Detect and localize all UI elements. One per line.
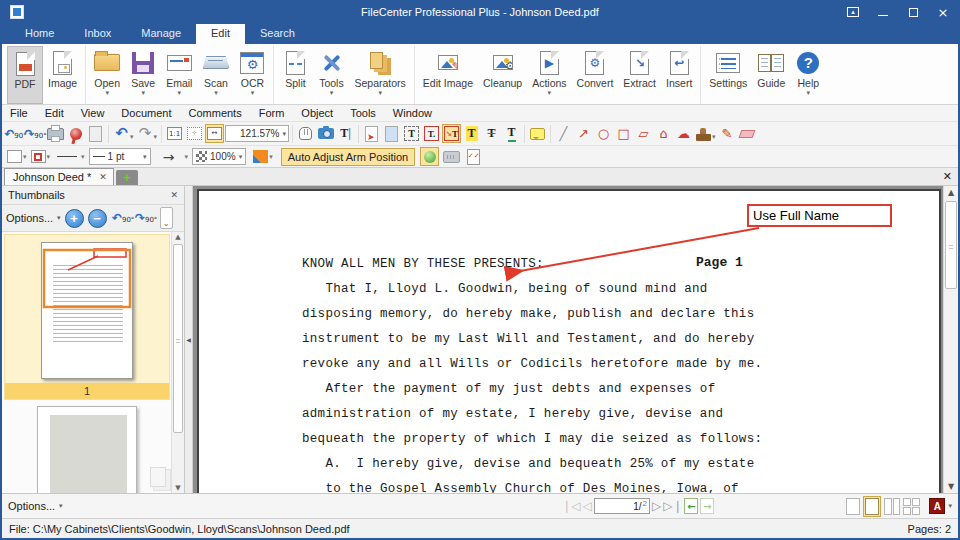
separators-button[interactable]: Separators▾ bbox=[349, 46, 410, 104]
panel-splitter[interactable]: ◀ bbox=[185, 186, 193, 493]
minimize-button[interactable] bbox=[868, 0, 898, 24]
pencil-tool-button[interactable]: ✎ bbox=[718, 124, 737, 143]
menu-file[interactable]: File bbox=[10, 107, 28, 119]
scan-button[interactable]: Scan▾ bbox=[197, 46, 234, 104]
line-style-button[interactable] bbox=[54, 156, 80, 157]
edit-image-button[interactable]: ✎Edit Image bbox=[418, 46, 478, 104]
menu-comments[interactable]: Comments bbox=[189, 107, 242, 119]
maximize-button[interactable] bbox=[898, 0, 928, 24]
strikeout-text-button[interactable]: T bbox=[482, 124, 501, 143]
thumbnail-page-1[interactable]: 1 bbox=[4, 234, 170, 400]
menu-document[interactable]: Document bbox=[121, 107, 171, 119]
fill-color-swatch[interactable] bbox=[7, 150, 22, 163]
thumbnails-close-icon[interactable]: ✕ bbox=[170, 190, 178, 200]
menu-form[interactable]: Form bbox=[259, 107, 285, 119]
thumbnails-scrollbar[interactable]: ▲ ▼ bbox=[171, 232, 184, 493]
convert-button[interactable]: ⚙Convert bbox=[572, 46, 619, 104]
viewer-scrollbar[interactable]: ▲ ▼ bbox=[943, 186, 958, 493]
edit-text-button[interactable]: T bbox=[402, 124, 421, 143]
last-page-button[interactable]: ▷❘ bbox=[663, 499, 682, 513]
line-width-select[interactable]: 1 pt▾ bbox=[89, 148, 151, 165]
zoom-level-select[interactable]: 121.57%▾ bbox=[225, 125, 289, 142]
undo-button[interactable]: ↶ bbox=[112, 124, 131, 143]
cloud-tool-button[interactable]: ☁ bbox=[674, 124, 693, 143]
text-box-tool-button[interactable]: ↘T bbox=[442, 124, 461, 143]
auto-adjust-arm-position-button[interactable]: Auto Adjust Arm Position bbox=[281, 148, 415, 166]
polygon-tool-button[interactable]: ⌂ bbox=[654, 124, 673, 143]
tab-inbox[interactable]: Inbox bbox=[69, 24, 126, 44]
menu-edit[interactable]: Edit bbox=[45, 107, 64, 119]
arrow-style-button[interactable]: → bbox=[154, 150, 184, 164]
actual-size-button[interactable]: 1:1 bbox=[165, 124, 184, 143]
save-button[interactable]: Save▾ bbox=[125, 46, 161, 104]
stroke-color-swatch[interactable] bbox=[31, 150, 46, 163]
stamp-button[interactable] bbox=[694, 124, 713, 143]
thumb-rotate-right-button[interactable]: ↷90° bbox=[137, 209, 156, 228]
previous-view-button[interactable]: ← bbox=[684, 498, 698, 514]
ribbon-options-button[interactable]: ▴ bbox=[838, 0, 868, 24]
snapshot-button[interactable] bbox=[316, 124, 335, 143]
document-viewer[interactable]: Page 1 Use Full Name KNOW ALL MEN BY THE… bbox=[193, 186, 958, 493]
typewriter-button[interactable]: T. bbox=[422, 124, 441, 143]
highlight-text-button[interactable]: T bbox=[462, 124, 481, 143]
balloon-tool-button[interactable] bbox=[420, 147, 439, 166]
thumbnails-scrollbar-thumb[interactable] bbox=[173, 244, 183, 433]
guide-button[interactable]: Guide bbox=[752, 46, 790, 104]
menu-object[interactable]: Object bbox=[301, 107, 333, 119]
thumbnail-page-2[interactable] bbox=[4, 406, 170, 493]
actions-button[interactable]: ▶Actions▾ bbox=[527, 46, 571, 104]
line-style-dropdown[interactable]: ▾ bbox=[81, 153, 85, 161]
select-text-button[interactable]: T| bbox=[336, 124, 355, 143]
viewer-scrollbar-thumb[interactable] bbox=[945, 201, 957, 289]
next-page-button[interactable]: ▷ bbox=[652, 499, 661, 513]
document-tab-close-icon[interactable]: ✕ bbox=[99, 172, 107, 182]
thumb-more-dropdown[interactable]: ⌄ bbox=[160, 207, 173, 229]
eraser-tool-button[interactable] bbox=[738, 124, 757, 143]
new-tab-button[interactable]: + bbox=[116, 170, 138, 185]
single-page-view-button[interactable] bbox=[846, 498, 860, 515]
hand-tool-button[interactable] bbox=[296, 124, 315, 143]
open-button[interactable]: Open▾ bbox=[89, 46, 125, 104]
rotate-right-button[interactable]: ↷90° bbox=[26, 124, 45, 143]
print-button[interactable] bbox=[46, 124, 65, 143]
next-view-button[interactable]: → bbox=[700, 498, 714, 514]
tab-edit[interactable]: Edit bbox=[196, 24, 245, 44]
viewer-options-button[interactable]: Options...▾ bbox=[8, 500, 63, 512]
tools-button[interactable]: Tools▾ bbox=[313, 46, 349, 104]
close-button[interactable]: × bbox=[928, 0, 958, 24]
menu-view[interactable]: View bbox=[81, 107, 105, 119]
previous-page-button[interactable]: ◁ bbox=[583, 499, 592, 513]
image-button[interactable]: Image bbox=[43, 46, 82, 104]
tab-bar-close-icon[interactable]: ✕ bbox=[943, 170, 952, 183]
fit-page-button[interactable]: ⁘ bbox=[185, 124, 204, 143]
rectangle-tool-button[interactable]: □ bbox=[614, 124, 633, 143]
thumb-zoom-in-button[interactable]: + bbox=[65, 209, 84, 228]
extract-button[interactable]: ↘Extract bbox=[618, 46, 661, 104]
thumb-rotate-left-button[interactable]: ↶90° bbox=[114, 209, 133, 228]
sticky-note-button[interactable] bbox=[528, 124, 547, 143]
polyline-tool-button[interactable]: ▱ bbox=[634, 124, 653, 143]
link-button[interactable]: ➤ bbox=[362, 124, 381, 143]
fill-color-dropdown[interactable]: ▾ bbox=[23, 153, 27, 161]
redo-button[interactable]: ↷ bbox=[136, 124, 155, 143]
insert-button[interactable]: ↩Insert bbox=[661, 46, 697, 104]
arrow-tool-button[interactable]: ↗ bbox=[574, 124, 593, 143]
line-tool-button[interactable]: ╱ bbox=[554, 124, 573, 143]
quad-view-button[interactable] bbox=[903, 498, 920, 515]
acrobat-dropdown[interactable]: ▾ bbox=[948, 502, 952, 510]
split-button[interactable]: Split bbox=[277, 46, 313, 104]
first-page-button[interactable]: ❘◁ bbox=[561, 499, 580, 513]
print-setup-button[interactable] bbox=[86, 124, 105, 143]
open-in-acrobat-button[interactable]: A bbox=[929, 498, 945, 514]
annotation-text-box[interactable]: Use Full Name bbox=[747, 204, 892, 227]
menu-tools[interactable]: Tools bbox=[350, 107, 376, 119]
pdf-button[interactable]: PDF bbox=[7, 46, 43, 104]
fit-width-view-button[interactable] bbox=[863, 496, 881, 517]
menu-window[interactable]: Window bbox=[393, 107, 432, 119]
opacity-select[interactable]: 100%▾ bbox=[192, 148, 246, 165]
select-pages-button[interactable] bbox=[382, 124, 401, 143]
facing-pages-view-button[interactable] bbox=[884, 498, 900, 515]
document-tab[interactable]: Johnson Deed * ✕ bbox=[4, 168, 114, 185]
tab-search[interactable]: Search bbox=[245, 24, 310, 44]
checklist-button[interactable]: ✓✓ bbox=[464, 147, 483, 166]
